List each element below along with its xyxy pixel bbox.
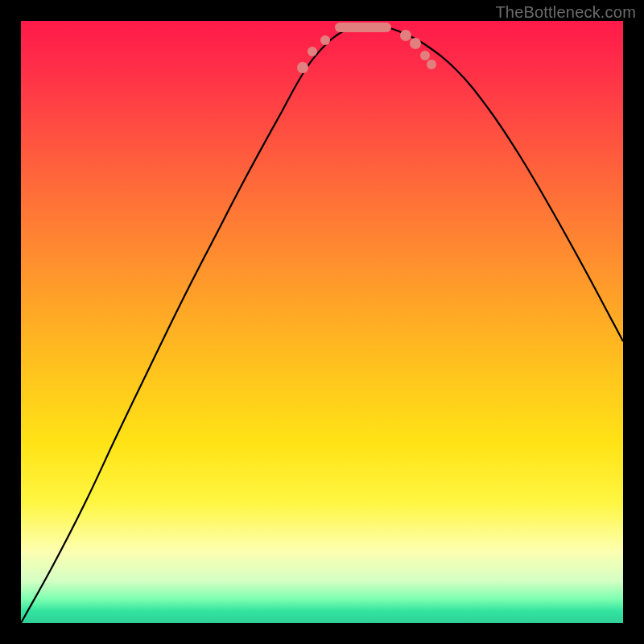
marker-dot <box>297 62 308 73</box>
curve-layer <box>21 21 623 623</box>
curve-path <box>21 25 623 623</box>
marker-dot <box>320 35 330 45</box>
bottleneck-curve <box>21 25 623 623</box>
plot-area <box>21 21 623 623</box>
marker-dot <box>400 30 411 41</box>
marker-dot <box>427 60 436 69</box>
marker-bottom-pill <box>335 23 391 32</box>
marker-pill <box>335 23 391 32</box>
marker-dot <box>308 47 317 56</box>
watermark-text: TheBottleneck.com <box>495 3 636 22</box>
marker-cluster-left <box>297 35 330 73</box>
chart-frame: TheBottleneck.com <box>0 0 644 644</box>
marker-dot <box>410 38 421 49</box>
marker-dot <box>420 51 430 60</box>
